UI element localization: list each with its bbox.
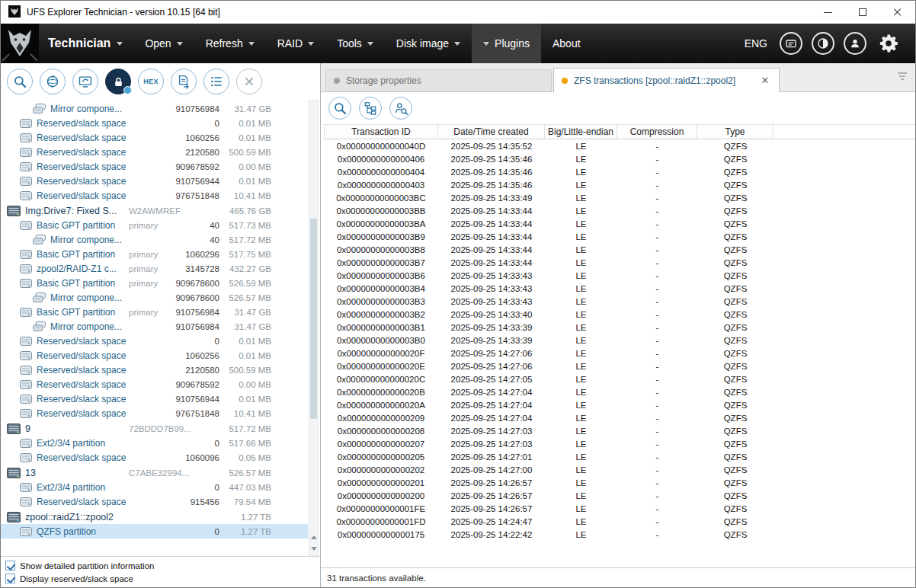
table-row[interactable]: 0x00000000000002022025-09-25 14:27:00LE-… [324,463,915,476]
tree-item-reserved-slack-space[interactable]: Reserved/slack space10602560.01 MB [1,348,308,363]
tree-item-basic-gpt-partition[interactable]: Basic GPT partitionprimary91075698431.47… [1,305,308,319]
tree-item-ext2-3-4-partition[interactable]: Ext2/3/4 partition0447.03 MB [1,480,308,494]
tree-item-reserved-slack-space[interactable]: Reserved/slack space9107569440.01 MB [1,174,308,188]
menu-item-about[interactable]: About [541,24,592,63]
table-row[interactable]: 0x000000000000020C2025-09-25 14:27:05LE-… [324,372,915,385]
contrast-icon[interactable] [812,32,834,55]
tree-item-mirror-compone[interactable]: Mirror compone...40517.72 MB [1,232,308,247]
tree-item-reserved-slack-space[interactable]: Reserved/slack space97675184810.41 MB [1,188,308,203]
hex-button[interactable]: HEX [138,69,164,94]
table-row[interactable]: 0x00000000000003B72025-09-25 14:33:44LE-… [324,256,915,269]
scroll-up-button[interactable] [309,532,318,543]
menu-item-refresh[interactable]: Refresh [194,24,266,63]
table-row[interactable]: 0x00000000000002052025-09-25 14:27:01LE-… [324,450,915,463]
table-row[interactable]: 0x000000000000020B2025-09-25 14:27:04LE-… [324,385,915,398]
table-row[interactable]: 0x00000000000003B22025-09-25 14:33:40LE-… [324,308,915,321]
tree-item-basic-gpt-partition[interactable]: Basic GPT partitionprimary40517.73 MB [1,218,308,232]
language-selector[interactable]: ENG [745,37,767,50]
table-row[interactable]: 0x00000000000002082025-09-25 14:27:03LE-… [324,424,915,437]
table-row[interactable]: 0x00000000000001752025-09-25 14:22:42LE-… [324,528,915,541]
tree-item-basic-gpt-partition[interactable]: Basic GPT partitionprimary1060296517.75 … [1,247,308,261]
tree-item-zpool-raidz1-zpool2[interactable]: zpool::raidZ1::zpool21.27 TB [1,510,308,524]
checkbox-icon[interactable] [5,561,15,570]
tab-list-icon[interactable] [897,72,908,83]
tree-item-mirror-compone[interactable]: Mirror compone...909678600526.57 MB [1,290,308,305]
tab-storage-properties[interactable]: Storage properties [325,69,552,91]
table-row[interactable]: 0x00000000000003BC2025-09-25 14:33:49LE-… [324,191,915,204]
table-row[interactable]: 0x00000000000003B02025-09-25 14:33:39LE-… [324,334,915,347]
tree-item-qzfs-partition[interactable]: QZFS partition01.27 TB [1,524,308,538]
devices-icon[interactable] [780,32,802,55]
column-header-type[interactable]: Type [697,125,773,139]
tree-item-reserved-slack-space[interactable]: Reserved/slack space00.01 MB [1,116,308,130]
table-row[interactable]: 0x00000000000003B42025-09-25 14:33:43LE-… [324,282,915,295]
tree-item-reserved-slack-space[interactable]: Reserved/slack space10600960.05 MB [1,450,308,465]
menu-item-open[interactable]: Open [133,24,194,63]
tree-item-basic-gpt-partition[interactable]: Basic GPT partitionprimary909678600526.5… [1,276,308,290]
menu-item-disk-image[interactable]: Disk image [385,24,472,63]
table-row[interactable]: 0x00000000000004062025-09-25 14:35:46LE-… [324,152,915,165]
table-row[interactable]: 0x00000000000003B62025-09-25 14:33:43LE-… [324,269,915,282]
refresh-view-button[interactable] [72,69,98,94]
table-row[interactable]: 0x00000000000002072025-09-25 14:27:03LE-… [324,437,915,450]
tree-item-reserved-slack-space[interactable]: Reserved/slack space2120580500.59 MB [1,363,308,377]
maximize-button[interactable] [845,1,880,24]
menu-item-tools[interactable]: Tools [325,24,385,63]
tree-item-reserved-slack-space[interactable]: Reserved/slack space10602560.01 MB [1,130,308,145]
user-search-button[interactable] [389,97,412,120]
scroll-down-button[interactable] [309,543,318,554]
table-row[interactable]: 0x000000000000020E2025-09-25 14:27:06LE-… [324,360,915,372]
table-row[interactable]: 0x00000000000003BB2025-09-25 14:33:44LE-… [324,204,915,217]
details-list-button[interactable] [203,69,229,94]
menu-item-plugins[interactable]: Plugins [472,24,541,63]
scan-button[interactable] [40,69,66,94]
hierarchy-button[interactable] [359,97,382,120]
table-row[interactable]: 0x00000000000002002025-09-25 14:26:57LE-… [324,489,915,502]
tree-item-reserved-slack-space[interactable]: Reserved/slack space9107569440.01 MB [1,391,308,406]
table-row[interactable]: 0x00000000000002012025-09-25 14:26:57LE-… [324,476,915,489]
table-row[interactable]: 0x000000000000040D2025-09-25 14:35:52LE-… [324,139,915,152]
brand-menu[interactable]: Technician [39,24,133,63]
checkbox-icon[interactable] [5,574,15,583]
table-row[interactable]: 0x00000000000002092025-09-25 14:27:04LE-… [324,411,915,424]
tree-item-reserved-slack-space[interactable]: Reserved/slack space91545679.54 MB [1,494,308,509]
table-row[interactable]: 0x000000000000020F2025-09-25 14:27:06LE-… [324,347,915,360]
table-row[interactable]: 0x00000000000003B82025-09-25 14:33:44LE-… [324,243,915,256]
tree-item-9[interactable]: 972BDDD7B99...517.72 MB [1,421,308,436]
tree-item-13[interactable]: 13C7ABE32994...526.57 MB [1,465,308,480]
user-icon[interactable] [844,32,866,55]
lock-button[interactable] [105,69,131,94]
table-row[interactable]: 0x00000000000001FD2025-09-25 14:24:47LE-… [324,515,915,528]
search-button[interactable] [7,69,33,94]
tree-item-reserved-slack-space[interactable]: Reserved/slack space2120580500.59 MB [1,145,308,159]
table-row[interactable]: 0x00000000000003B12025-09-25 14:33:39LE-… [324,321,915,334]
tree-item-mirror-compone[interactable]: Mirror compone...91075698431.47 GB [1,101,308,116]
tree-item-img-drive7-fixed-s[interactable]: Img:Drive7: Fixed S...W2AWMREF465.76 GB [1,203,308,218]
export-button[interactable] [171,69,197,94]
table-row[interactable]: 0x00000000000003B32025-09-25 14:33:43LE-… [324,295,915,308]
tree-item-mirror-compone[interactable]: Mirror compone...91075698431.47 GB [1,319,308,334]
column-header-transaction-id[interactable]: Transaction ID [324,125,438,139]
column-header-date-time-created[interactable]: Date/Time created [438,125,545,139]
table-row[interactable]: 0x00000000000001FE2025-09-25 14:26:57LE-… [324,502,915,515]
tree-item-reserved-slack-space[interactable]: Reserved/slack space9096785920.00 MB [1,159,308,174]
checkbox-display-reserved-slack-space[interactable]: Display reserved/slack space [5,574,315,583]
tab-close-icon[interactable]: ✕ [759,75,771,86]
table-row[interactable]: 0x000000000000020A2025-09-25 14:27:04LE-… [324,398,915,411]
close-button[interactable] [880,1,915,24]
column-header-big-little-endian[interactable]: Big/Little-endian [545,125,617,139]
menu-item-raid[interactable]: RAID [266,24,325,63]
tree-item-ext2-3-4-partition[interactable]: Ext2/3/4 partition0517.66 MB [1,436,308,450]
table-row[interactable]: 0x00000000000003BA2025-09-25 14:33:44LE-… [324,217,915,230]
scrollbar-thumb[interactable] [310,219,317,419]
table-row[interactable]: 0x00000000000004042025-09-25 14:35:46LE-… [324,165,915,178]
column-header-compression[interactable]: Compression [617,125,697,139]
tree-item-reserved-slack-space[interactable]: Reserved/slack space97675184810.41 MB [1,406,308,420]
tab-zfs-transactions-zpool-raidz1-zpool2[interactable]: ZFS transactions [zpool::raidZ1::zpool2]… [553,68,780,92]
settings-icon[interactable] [876,30,902,56]
tree-item-reserved-slack-space[interactable]: Reserved/slack space00.01 MB [1,334,308,348]
checkbox-show-detailed-partition-information[interactable]: Show detailed partition information [5,561,315,570]
table-row[interactable]: 0x00000000000004032025-09-25 14:35:46LE-… [324,178,915,191]
close-button[interactable] [236,69,262,94]
minimize-button[interactable] [810,1,845,24]
